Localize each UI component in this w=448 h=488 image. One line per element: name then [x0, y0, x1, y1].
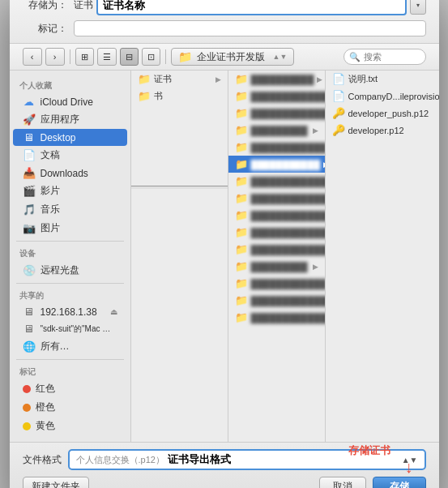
file-item[interactable]: 📁 证书 ▶	[131, 71, 228, 88]
file-item[interactable]: 📁 ████████████████ ▶	[228, 292, 325, 309]
folder-icon: 📁	[235, 107, 248, 119]
devices-label: 设备	[10, 245, 130, 261]
sidebar-item-yellow[interactable]: 黄色	[13, 417, 127, 435]
documents-label: 文稿	[41, 148, 60, 162]
file-item-txt[interactable]: 📄 说明.txt	[326, 71, 439, 88]
file-item[interactable]: 📁 书	[131, 88, 228, 105]
file-label: CompanyD...ileprovision	[348, 92, 439, 101]
file-label: ███████████████	[251, 92, 326, 101]
folder-icon: 📁	[235, 294, 248, 306]
location-folder-icon: 📁	[178, 50, 192, 63]
search-icon: 🔍	[349, 52, 361, 62]
format-prefix-text: 个人信息交换（.p12）	[76, 454, 164, 466]
orange-tag-label: 橙色	[36, 400, 55, 414]
file-item[interactable]: 📁 ██████████████ ▶	[228, 241, 325, 258]
folder-icon: 📁	[235, 175, 248, 187]
format-row: 文件格式 个人信息交换（.p12） 证书导出格式 ▲▼	[23, 449, 426, 470]
action-row: 新建文件夹 取消 存储	[23, 477, 426, 488]
view-coverflow-button[interactable]: ⊡	[142, 48, 160, 66]
tag-input[interactable]	[74, 20, 426, 36]
red-tag-label: 红色	[36, 382, 55, 396]
file-item[interactable]	[131, 153, 228, 169]
sidebar-item-downloads[interactable]: 📥 Downloads	[13, 165, 127, 182]
eject-icon[interactable]: ⏏	[110, 307, 117, 316]
file-item-provision[interactable]: 📄 CompanyD...ileprovision	[326, 88, 439, 105]
sidebar-item-documents[interactable]: 📄 文稿	[13, 146, 127, 165]
cancel-button[interactable]: 取消	[319, 477, 366, 488]
save-filename-input[interactable]	[96, 0, 407, 15]
sidebar-divider-2	[16, 283, 124, 284]
file-item[interactable]	[131, 121, 228, 137]
folder-icon: 📁	[235, 209, 248, 221]
file-item[interactable]: 📁 ████████████████ ▶	[228, 105, 325, 122]
save-dialog: 存储为： 证书 ▾ 标记： ‹ › ⊞ ☰ ⊟ ⊡ 📁 企业证书开发版 ▲▼ 🔍	[10, 0, 439, 488]
sdk-icon: 🖥	[23, 323, 36, 335]
file-item[interactable]	[131, 169, 228, 186]
view-icon-button[interactable]: ⊞	[75, 48, 94, 66]
file-label: ████████████████	[251, 296, 326, 306]
apps-icon: 🚀	[23, 113, 36, 126]
file-item[interactable]: 📁 █████████ ▶	[228, 122, 325, 139]
file-label: ███████████	[251, 160, 321, 169]
file-item[interactable]	[131, 105, 228, 121]
save-button[interactable]: 存储	[373, 477, 426, 488]
new-folder-button[interactable]: 新建文件夹	[23, 477, 89, 488]
txt-icon: 📄	[332, 73, 345, 85]
view-columns-button[interactable]: ⊟	[120, 48, 139, 66]
save-dropdown-button[interactable]: ▾	[410, 0, 426, 15]
file-item-push-p12[interactable]: 🔑 developer_push.p12	[326, 105, 439, 122]
file-item[interactable]: 📁 █████████████ ▶	[228, 309, 325, 326]
sidebar-item-sdk[interactable]: 🖥 "sdk-suit"的"Mac mi...	[13, 320, 127, 337]
file-label: █████████	[251, 126, 308, 135]
file-label: ████████████	[251, 143, 326, 152]
file-column-3: 📄 说明.txt 📄 CompanyD...ileprovision 🔑 dev…	[326, 71, 439, 442]
location-dropdown[interactable]: 📁 企业证书开发版 ▲▼	[171, 48, 295, 66]
file-item[interactable]: 📁 █████████████ ▶	[228, 207, 325, 224]
sidebar-item-movies[interactable]: 🎬 影片	[13, 182, 127, 200]
sidebar-item-icloud[interactable]: ☁ iCloud Drive	[13, 93, 127, 110]
file-item-dev-p12[interactable]: 🔑 developer.p12	[326, 122, 439, 139]
file-item[interactable]: 📁 ██████████ ▶	[228, 71, 325, 88]
view-list-button[interactable]: ☰	[97, 48, 117, 66]
file-label: ██████████████	[251, 245, 326, 255]
save-as-label: 存储为：	[23, 0, 67, 12]
format-select[interactable]: 个人信息交换（.p12） 证书导出格式 ▲▼	[68, 449, 426, 470]
file-label: ██████████	[251, 75, 314, 84]
file-item[interactable]: 📁 ███████████████ ▶	[228, 88, 325, 105]
file-item[interactable]	[131, 137, 228, 153]
pictures-label: 图片	[41, 221, 60, 235]
remote-disk-label: 远程光盘	[41, 263, 79, 277]
search-box[interactable]: 🔍	[343, 49, 426, 65]
file-browser: 📁 证书 ▶ 📁 书 📁 ███	[131, 71, 439, 442]
action-buttons: 取消 存储	[319, 477, 426, 488]
folder-icon: 📁	[235, 90, 248, 102]
file-item[interactable]: 📁 ████████████ ▶	[228, 139, 325, 156]
location-label: 企业证书开发版	[197, 50, 265, 64]
sidebar-item-ip1[interactable]: 🖥 192.168.1.38 ⏏	[13, 303, 127, 320]
file-item[interactable]: 📁 ██████████████ ▶	[228, 173, 325, 190]
sidebar-item-desktop[interactable]: 🖥 Desktop	[13, 129, 127, 146]
forward-button[interactable]: ›	[45, 48, 65, 66]
file-item[interactable]: 📁 ████████████████ ▶	[228, 224, 325, 241]
sidebar-item-apps[interactable]: 🚀 应用程序	[13, 110, 127, 129]
folder-icon: 📁	[235, 192, 248, 204]
sidebar-item-pictures[interactable]: 📷 图片	[13, 219, 127, 238]
file-item[interactable]: 📁 █████████████ ▶	[228, 190, 325, 207]
bottom-bar: 文件格式 个人信息交换（.p12） 证书导出格式 ▲▼ 新建文件夹 取消 存储	[10, 442, 439, 488]
search-input[interactable]	[364, 52, 420, 62]
back-button[interactable]: ‹	[23, 48, 42, 66]
sdk-label: "sdk-suit"的"Mac mi...	[41, 323, 113, 335]
movies-icon: 🎬	[23, 185, 36, 197]
sidebar-item-all[interactable]: 🌐 所有…	[13, 337, 127, 356]
sidebar-item-orange[interactable]: 橙色	[13, 398, 127, 417]
file-item[interactable]: 📁 ███████████ ▶	[228, 156, 325, 173]
file-item[interactable]: 📁 ████████████ ▶	[228, 275, 325, 292]
apps-label: 应用程序	[41, 113, 79, 126]
sidebar-item-red[interactable]: 红色	[13, 379, 127, 398]
sidebar-item-music[interactable]: 🎵 音乐	[13, 200, 127, 219]
downloads-icon: 📥	[23, 167, 36, 179]
save-prefix: 证书	[74, 0, 93, 12]
file-item[interactable]: 📁 █████████ ▶	[228, 258, 325, 275]
sidebar-item-remote-disk[interactable]: 💿 远程光盘	[13, 261, 127, 280]
file-label: 书	[154, 90, 163, 102]
